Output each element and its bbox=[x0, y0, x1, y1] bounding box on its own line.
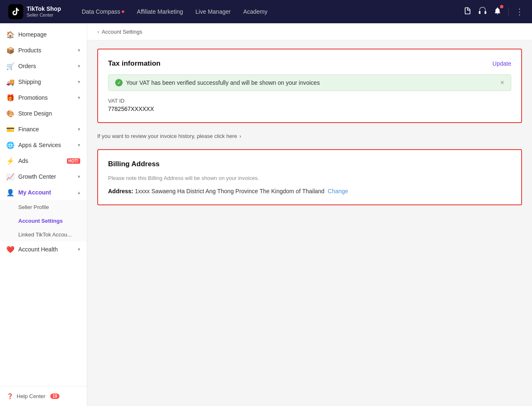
chevron-down-icon: ▾ bbox=[78, 142, 80, 148]
growth-icon: 📈 bbox=[7, 173, 14, 180]
sidebar-sub-item-linked-tiktok[interactable]: Linked TikTok Accou... bbox=[0, 228, 87, 241]
sidebar-item-orders[interactable]: 🛒 Orders ▾ bbox=[0, 58, 87, 74]
headset-icon-button[interactable] bbox=[478, 7, 487, 17]
card-header: Tax information Update bbox=[108, 59, 511, 68]
sidebar-nav: 🏠 Homepage 📦 Products ▾ 🛒 Orders ▾ 🚚 Shi… bbox=[0, 23, 87, 261]
my-account-submenu: Seller Profile Account Settings Linked T… bbox=[0, 200, 87, 241]
vat-success-banner: ✓ Your VAT has been verified successfull… bbox=[108, 74, 511, 91]
notification-bell-button[interactable] bbox=[493, 7, 502, 17]
chevron-down-icon: ▾ bbox=[78, 174, 80, 180]
content-area: ‹ Account Settings Tax information Updat… bbox=[87, 23, 532, 406]
notification-badge bbox=[500, 5, 503, 8]
help-badge: 19 bbox=[50, 394, 59, 399]
close-banner-button[interactable]: × bbox=[500, 79, 504, 86]
sidebar-item-shipping[interactable]: 🚚 Shipping ▾ bbox=[0, 74, 87, 90]
home-icon: 🏠 bbox=[7, 31, 14, 38]
help-center-item[interactable]: ❓ Help Center 19 bbox=[7, 393, 80, 399]
address-row: Address: 1xxxx Sawaeng Ha District Ang T… bbox=[108, 188, 511, 194]
sidebar-footer: ❓ Help Center 19 bbox=[0, 386, 87, 406]
sidebar-item-apps-services[interactable]: 🌐 Apps & Services ▾ bbox=[0, 137, 87, 153]
tax-info-title: Tax information bbox=[108, 59, 160, 68]
promotions-icon: 🎁 bbox=[7, 94, 14, 101]
orders-icon: 🛒 bbox=[7, 62, 14, 70]
chevron-down-icon: ▾ bbox=[78, 79, 80, 85]
main-layout: 🏠 Homepage 📦 Products ▾ 🛒 Orders ▾ 🚚 Shi… bbox=[0, 23, 532, 406]
vat-success-message: Your VAT has been verified successfully … bbox=[126, 79, 320, 86]
check-circle-icon: ✓ bbox=[115, 79, 123, 86]
sidebar-item-homepage[interactable]: 🏠 Homepage bbox=[0, 27, 87, 42]
billing-address-title: Billing Address bbox=[108, 160, 160, 168]
address-label: Address: bbox=[108, 188, 133, 194]
logo[interactable]: TikTok Shop Seller Center bbox=[8, 4, 61, 19]
sidebar-item-account-health[interactable]: ❤️ Account Health ▾ bbox=[0, 241, 87, 257]
sidebar-item-ads[interactable]: ⚡ Ads HOT! bbox=[0, 153, 87, 169]
logo-text: TikTok Shop Seller Center bbox=[27, 5, 61, 18]
breadcrumb: ‹ Account Settings bbox=[87, 23, 532, 40]
account-health-icon: ❤️ bbox=[7, 246, 14, 253]
invoice-history-link[interactable]: If you want to review your invoice histo… bbox=[97, 130, 522, 143]
document-icon-button[interactable] bbox=[463, 7, 472, 17]
sidebar-sub-item-seller-profile[interactable]: Seller Profile bbox=[0, 200, 87, 214]
nav-right-actions: ⋮ bbox=[463, 7, 524, 17]
products-icon: 📦 bbox=[7, 47, 14, 54]
tax-information-card: Tax information Update ✓ Your VAT has be… bbox=[97, 49, 522, 123]
nav-academy[interactable]: Academy bbox=[243, 8, 267, 15]
chevron-down-icon: ▾ bbox=[78, 246, 80, 252]
sidebar-item-store-design[interactable]: 🎨 Store Design bbox=[0, 106, 87, 121]
sidebar-item-products[interactable]: 📦 Products ▾ bbox=[0, 42, 87, 58]
address-value: 1xxxx Sawaeng Ha District Ang Thong Prov… bbox=[135, 188, 325, 194]
more-options-button[interactable]: ⋮ bbox=[515, 7, 524, 17]
chevron-down-icon: ▾ bbox=[78, 47, 80, 53]
finance-icon: 💳 bbox=[7, 125, 14, 133]
content-body: Tax information Update ✓ Your VAT has be… bbox=[87, 40, 532, 214]
help-icon: ❓ bbox=[7, 393, 13, 399]
chevron-down-icon: ▾ bbox=[78, 126, 80, 132]
sidebar-sub-item-account-settings[interactable]: Account Settings bbox=[0, 214, 87, 228]
vat-id-value: 7782567XXXXXX bbox=[108, 106, 511, 112]
store-design-icon: 🎨 bbox=[7, 110, 14, 117]
ads-icon: ⚡ bbox=[7, 157, 14, 165]
chevron-down-icon: ▾ bbox=[78, 63, 80, 69]
shipping-icon: 🚚 bbox=[7, 78, 14, 86]
update-link[interactable]: Update bbox=[493, 60, 511, 67]
change-address-link[interactable]: Change bbox=[328, 188, 348, 194]
sidebar-item-finance[interactable]: 💳 Finance ▾ bbox=[0, 121, 87, 137]
sidebar: 🏠 Homepage 📦 Products ▾ 🛒 Orders ▾ 🚚 Shi… bbox=[0, 23, 87, 406]
top-navigation: TikTok Shop Seller Center Data Compass A… bbox=[0, 0, 532, 23]
billing-note: Please note this Billing Address will be… bbox=[108, 175, 511, 181]
billing-card-header: Billing Address bbox=[108, 160, 511, 168]
billing-address-card: Billing Address Please note this Billing… bbox=[97, 149, 522, 205]
sidebar-item-growth-center[interactable]: 📈 Growth Center ▾ bbox=[0, 169, 87, 185]
breadcrumb-back-icon[interactable]: ‹ bbox=[97, 28, 99, 35]
nav-items: Data Compass Affiliate Marketing Live Ma… bbox=[82, 8, 451, 15]
account-icon: 👤 bbox=[7, 189, 14, 196]
sidebar-item-my-account[interactable]: 👤 My Account ▴ bbox=[0, 185, 87, 200]
nav-divider bbox=[508, 7, 509, 16]
logo-icon bbox=[8, 4, 23, 19]
hot-badge: HOT! bbox=[67, 158, 80, 164]
vat-id-label: VAT ID bbox=[108, 98, 511, 104]
nav-affiliate-marketing[interactable]: Affiliate Marketing bbox=[137, 8, 183, 15]
nav-live-manager[interactable]: Live Manager bbox=[195, 8, 231, 15]
chevron-up-icon: ▴ bbox=[78, 189, 80, 195]
chevron-down-icon: ▾ bbox=[78, 95, 80, 101]
apps-icon: 🌐 bbox=[7, 141, 14, 149]
sidebar-item-promotions[interactable]: 🎁 Promotions ▾ bbox=[0, 90, 87, 106]
notification-dot bbox=[122, 10, 124, 13]
arrow-right-icon: › bbox=[239, 133, 241, 139]
nav-data-compass[interactable]: Data Compass bbox=[82, 8, 125, 15]
